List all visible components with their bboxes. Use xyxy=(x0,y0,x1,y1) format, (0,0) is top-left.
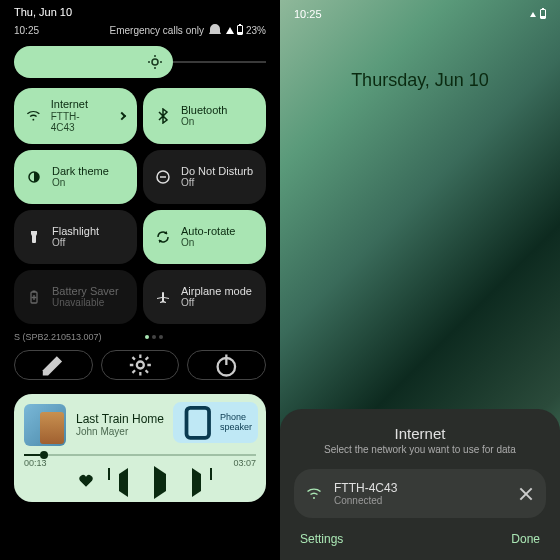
media-output-chip[interactable]: Phone speaker xyxy=(173,402,258,444)
quick-settings-panel: Thu, Jun 10 10:25 Emergency calls only 2… xyxy=(0,0,280,560)
status-bar-detail: 10:25 Emergency calls only 23% xyxy=(0,18,280,46)
tile-dnd[interactable]: Do Not DisturbOff xyxy=(143,150,266,204)
play-icon xyxy=(154,466,166,499)
album-art xyxy=(24,404,66,446)
settings-button[interactable] xyxy=(101,350,180,380)
status-clock: 10:25 xyxy=(14,25,39,36)
brightness-icon xyxy=(147,54,163,70)
svg-point-10 xyxy=(137,361,144,368)
wifi-icon xyxy=(26,108,41,124)
svg-point-0 xyxy=(152,59,158,65)
tile-internet[interactable]: InternetFTTH-4C43 xyxy=(14,88,137,144)
build-text: S (SPB2.210513.007) xyxy=(14,332,102,342)
emergency-text: Emergency calls only xyxy=(110,25,204,36)
battery-pct: 23% xyxy=(246,25,266,36)
status-bar: Thu, Jun 10 xyxy=(0,0,280,18)
darktheme-icon xyxy=(26,169,42,185)
tile-darktheme[interactable]: Dark themeOn xyxy=(14,150,137,204)
battery-saver-icon xyxy=(26,289,42,305)
page-indicator xyxy=(145,335,163,339)
status-bar: 10:25 xyxy=(280,0,560,28)
settings-link[interactable]: Settings xyxy=(300,532,343,546)
rotate-icon xyxy=(155,229,171,245)
flashlight-icon xyxy=(26,229,42,245)
status-clock: 10:25 xyxy=(294,8,322,20)
chevron-right-icon xyxy=(118,112,126,120)
svg-rect-13 xyxy=(187,407,210,437)
tile-sub: FTTH-4C43 xyxy=(51,111,100,134)
favorite-button[interactable] xyxy=(79,474,93,492)
battery-icon xyxy=(237,25,243,35)
svg-rect-9 xyxy=(33,290,36,292)
heart-icon xyxy=(79,474,93,488)
tile-airplane[interactable]: Airplane modeOff xyxy=(143,270,266,324)
bluetooth-icon xyxy=(155,108,171,124)
tile-flashlight[interactable]: FlashlightOff xyxy=(14,210,137,264)
disconnect-button[interactable] xyxy=(518,486,534,502)
media-card: Phone speaker Last Train Home John Mayer… xyxy=(14,394,266,502)
done-button[interactable]: Done xyxy=(511,532,540,546)
prev-button[interactable] xyxy=(119,474,128,492)
play-button[interactable] xyxy=(154,474,166,492)
skip-prev-icon xyxy=(119,468,128,497)
signal-icon xyxy=(226,27,234,34)
tile-battery-saver[interactable]: Battery SaverUnavailable xyxy=(14,270,137,324)
network-name: FTTH-4C43 xyxy=(334,481,506,495)
network-status: Connected xyxy=(334,495,506,506)
wifi-icon xyxy=(306,486,322,502)
network-row[interactable]: FTTH-4C43 Connected xyxy=(294,469,546,518)
qs-tiles: InternetFTTH-4C43 BluetoothOn Dark theme… xyxy=(0,88,280,324)
alarm-icon xyxy=(207,22,223,38)
sheet-subtitle: Select the network you want to use for d… xyxy=(294,444,546,455)
next-button[interactable] xyxy=(192,474,201,492)
track-title: Last Train Home xyxy=(76,412,164,426)
lockscreen: 10:25 Thursday, Jun 10 Internet Select t… xyxy=(280,0,560,560)
brightness-slider[interactable] xyxy=(14,46,266,78)
dnd-icon xyxy=(155,169,171,185)
battery-icon xyxy=(540,9,546,19)
build-row: S (SPB2.210513.007) xyxy=(0,324,280,344)
track-artist: John Mayer xyxy=(76,426,164,437)
airplane-icon xyxy=(155,289,171,305)
tile-title: Internet xyxy=(51,98,100,111)
duration-time: 03:07 xyxy=(233,458,256,468)
internet-sheet: Internet Select the network you want to … xyxy=(280,409,560,560)
skip-next-icon xyxy=(192,468,201,497)
power-button[interactable] xyxy=(187,350,266,380)
tile-bluetooth[interactable]: BluetoothOn xyxy=(143,88,266,144)
edit-button[interactable] xyxy=(14,350,93,380)
tile-autorotate[interactable]: Auto-rotateOn xyxy=(143,210,266,264)
wifi-status-icon xyxy=(530,12,536,17)
seek-bar[interactable] xyxy=(24,454,256,456)
sheet-title: Internet xyxy=(294,425,546,442)
lockscreen-date: Thursday, Jun 10 xyxy=(280,70,560,91)
status-date: Thu, Jun 10 xyxy=(14,6,72,18)
elapsed-time: 00:13 xyxy=(24,458,47,468)
action-bar xyxy=(0,344,280,386)
